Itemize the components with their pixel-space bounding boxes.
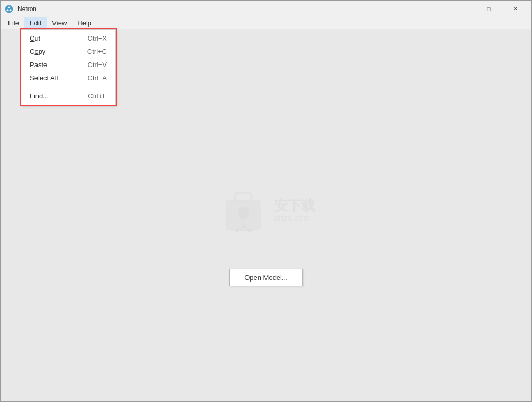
menu-item-cut[interactable]: Cut Ctrl+X — [21, 32, 115, 45]
title-bar-left: Netron — [5, 5, 36, 13]
menu-item-find[interactable]: Find... Ctrl+F — [21, 89, 115, 102]
edit-dropdown-menu: Cut Ctrl+X Copy Ctrl+C Paste Ctrl+V Sele… — [21, 29, 116, 105]
menu-help-label: Help — [77, 19, 91, 27]
watermark-line2: anzx.com — [274, 213, 310, 223]
open-model-button[interactable]: Open Model... — [229, 269, 303, 286]
paste-shortcut: Ctrl+V — [88, 61, 107, 69]
menu-edit[interactable]: Edit — [24, 17, 47, 29]
menu-item-select-all[interactable]: Select All Ctrl+A — [21, 71, 115, 85]
menu-edit-label: Edit — [30, 19, 41, 27]
title-bar: Netron — □ ✕ — [1, 1, 531, 17]
menu-item-paste[interactable]: Paste Ctrl+V — [21, 58, 115, 71]
menu-file[interactable]: File — [3, 17, 24, 29]
minimize-button[interactable]: — — [450, 1, 474, 17]
menu-file-label: File — [8, 19, 19, 27]
menu-view[interactable]: View — [47, 17, 72, 29]
copy-label: Copy — [30, 48, 45, 55]
watermark-text-block: 安下载 anzx.com — [274, 198, 315, 223]
copy-shortcut: Ctrl+C — [87, 48, 107, 55]
menu-separator — [21, 87, 115, 87]
cut-shortcut: Ctrl+X — [88, 34, 107, 42]
cut-label: Cut — [30, 34, 40, 42]
paste-label: Paste — [30, 61, 47, 69]
close-button[interactable]: ✕ — [503, 1, 527, 17]
netron-icon — [5, 5, 13, 13]
menu-help[interactable]: Help — [72, 17, 97, 29]
maximize-button[interactable]: □ — [476, 1, 501, 17]
find-label: Find... — [30, 92, 49, 100]
select-all-shortcut: Ctrl+A — [88, 74, 107, 82]
title-bar-controls: — □ ✕ — [450, 1, 527, 17]
menu-item-copy[interactable]: Copy Ctrl+C — [21, 45, 115, 58]
menu-bar: File Edit View Help Cut Ctrl+X Copy Ctrl… — [1, 17, 531, 29]
menu-view-label: View — [52, 19, 67, 27]
watermark-logo — [217, 184, 270, 237]
app-title: Netron — [17, 5, 36, 13]
select-all-label: Select All — [30, 74, 58, 82]
watermark-line1: 安下载 — [274, 198, 315, 213]
find-shortcut: Ctrl+F — [88, 92, 107, 100]
watermark-area: 安下载 anzx.com — [217, 184, 315, 237]
svg-point-0 — [5, 5, 13, 13]
